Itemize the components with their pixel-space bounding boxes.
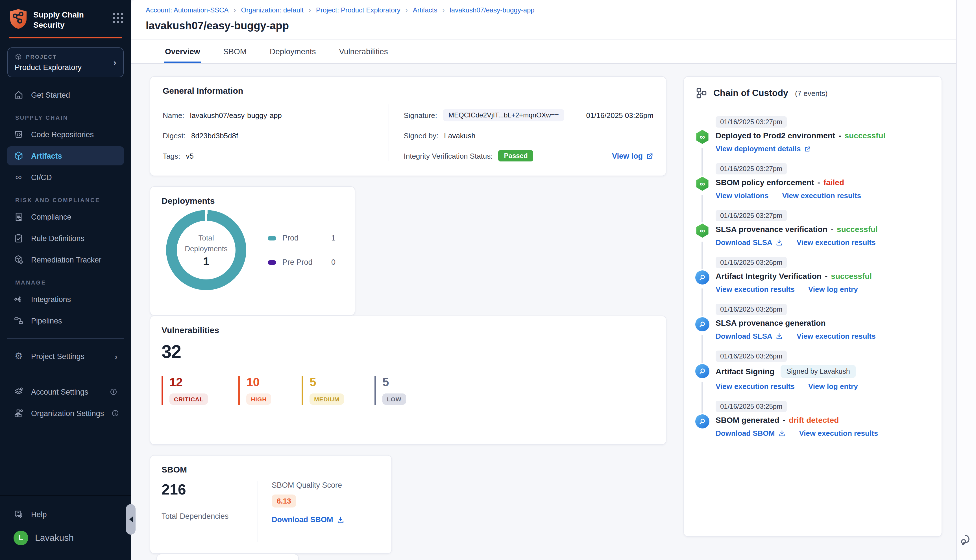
page-header: Account: Automation-SSCA › Organization:… [131,0,956,40]
sidebar-item-rule-definitions[interactable]: Rule Definitions [7,229,124,248]
sidebar-item-account-settings[interactable]: Account Settings [7,382,124,402]
severity-critical: 12 CRITICAL [162,376,208,405]
sidebar-collapse-handle[interactable] [126,504,135,535]
organization-settings-icon [13,408,24,418]
breadcrumb: Account: Automation-SSCA › Organization:… [146,6,943,14]
user-menu[interactable]: L Lavakush [7,526,124,550]
view-execution-results-link[interactable]: View execution results [799,429,878,438]
sidebar-item-cicd[interactable]: ∞ CI/CD [7,168,124,187]
download-slsa-link[interactable]: Download SLSA [716,238,783,247]
supply-chain-security-logo-icon [9,8,28,29]
view-execution-results-link[interactable]: View execution results [716,382,795,391]
signed-by-label: Signed by: [404,131,438,140]
low-badge: LOW [382,393,406,405]
avatar: L [13,531,28,545]
event-timestamp: 01/16/2025 03:27pm [716,116,787,128]
integrity-status-label: Integrity Verification Status: [404,152,492,160]
sidebar-item-integrations[interactable]: Integrations [7,290,124,309]
sidebar-item-code-repositories[interactable]: Code Repositories [7,125,124,144]
artifacts-cube-icon [13,151,24,161]
download-slsa-link[interactable]: Download SLSA [716,332,783,340]
breadcrumb-organization[interactable]: Organization: default [241,6,304,14]
module-switcher-icon[interactable] [113,13,123,23]
download-sbom-link[interactable]: Download SBOM [272,515,345,524]
pipeline-event-icon: ∞ [695,177,709,191]
tab-overview[interactable]: Overview [164,40,201,63]
download-sbom-link[interactable]: Download SBOM [716,429,785,438]
medium-badge: MEDIUM [310,393,344,405]
download-icon [778,430,785,437]
svg-text:?: ? [17,511,19,515]
event-slsa-provenance-generation: 01/16/2025 03:26pm SLSA provenance gener… [695,304,930,340]
sidebar-item-pipelines[interactable]: Pipelines [7,311,124,330]
tab-vulnerabilities[interactable]: Vulnerabilities [338,40,389,63]
total-dependencies-label: Total Dependencies [162,512,257,520]
chat-support-icon[interactable] [959,533,973,547]
project-selector[interactable]: PROJECT Product Exploratory › [7,48,124,78]
sidebar: Supply Chain Security PROJECT Product Ex… [0,0,131,560]
breadcrumb-project[interactable]: Project: Product Exploratory [316,6,400,14]
tab-sbom[interactable]: SBOM [222,40,248,63]
event-timestamp: 01/16/2025 03:27pm [716,163,787,175]
sidebar-item-organization-settings[interactable]: Organization Settings [7,404,124,423]
chain-of-custody-title: Chain of Custody [713,88,788,98]
view-execution-results-link[interactable]: View execution results [782,192,861,200]
sidebar-item-get-started[interactable]: Get Started [7,85,124,105]
project-name: Product Exploratory [15,63,113,72]
event-slsa-provenance-verification: 01/16/2025 03:27pm ∞ SLSA provenance ver… [695,210,930,247]
event-artifact-signing: 01/16/2025 03:26pm Artifact Signing Sign… [695,350,930,391]
divider [7,374,124,375]
info-icon[interactable] [111,410,119,417]
sidebar-item-remediation-tracker[interactable]: Remediation Tracker [7,250,124,270]
signature-value[interactable]: MEQCICde2VjIT...bL+2+mqnOXw== [443,109,564,122]
view-execution-results-link[interactable]: View execution results [797,238,876,247]
event-status: successful [831,272,872,280]
breadcrumb-separator: › [442,6,445,14]
artifact-name: lavakush07/easy-buggy-app [190,111,282,119]
brand-underline [9,37,122,39]
view-log-link[interactable]: View log [612,152,654,160]
event-timestamp: 01/16/2025 03:26pm [716,257,787,268]
breadcrumb-current[interactable]: lavakush07/easy-buggy-app [450,6,535,14]
account-settings-icon [13,387,24,397]
sidebar-item-compliance[interactable]: Compliance [7,207,124,227]
chevron-right-icon: › [113,58,116,68]
tab-deployments[interactable]: Deployments [269,40,317,63]
breadcrumb-account[interactable]: Account: Automation-SSCA [146,6,229,14]
integrity-status-badge: Passed [499,150,534,162]
view-deployment-details-link[interactable]: View deployment details [716,145,811,153]
artifact-tags: v5 [186,152,194,160]
event-title: SBOM policy enforcement [716,178,814,187]
artifact-digest: 8d23bd3b5d8f [191,131,238,140]
event-status: drift detected [789,415,839,425]
event-timestamp: 01/16/2025 03:26pm [716,350,787,362]
info-icon[interactable] [110,388,117,396]
breadcrumb-separator: › [234,6,236,14]
view-log-entry-link[interactable]: View log entry [808,382,858,391]
code-repositories-icon [13,130,24,140]
severity-breakdown: 12 CRITICAL 10 HIGH 5 MEDIUM [162,376,655,405]
user-name: Lavakush [35,533,74,543]
view-violations-link[interactable]: View violations [716,192,768,200]
view-execution-results-link[interactable]: View execution results [797,332,876,340]
pipelines-icon [13,316,24,326]
chain-of-custody-card: Chain of Custody (7 events) 01/16/2025 0… [683,76,942,537]
breadcrumb-artifacts[interactable]: Artifacts [413,6,437,14]
high-badge: HIGH [246,393,271,405]
sbom-title: SBOM [162,465,380,474]
event-timestamp: 01/16/2025 03:25pm [716,401,787,412]
total-deployments-value: 1 [203,255,209,268]
view-log-entry-link[interactable]: View log entry [808,285,858,293]
event-title: SBOM generated [716,415,779,425]
sidebar-item-artifacts[interactable]: Artifacts [7,147,124,166]
severity-low: 5 LOW [374,376,406,405]
artifact-event-icon [695,317,709,332]
view-execution-results-link[interactable]: View execution results [716,285,795,293]
sbom-quality-score-label: SBOM Quality Score [272,481,345,490]
sidebar-item-help[interactable]: ? Help [7,505,124,524]
event-status: successful [837,225,878,234]
digest-label: Digest: [163,131,185,140]
event-deployed-prod2: 01/16/2025 03:27pm ∞ Deployed to Prod2 e… [695,116,930,153]
sidebar-item-project-settings[interactable]: ⚙ Project Settings › [7,347,124,366]
event-title: Artifact Integrity Verification [716,272,821,280]
